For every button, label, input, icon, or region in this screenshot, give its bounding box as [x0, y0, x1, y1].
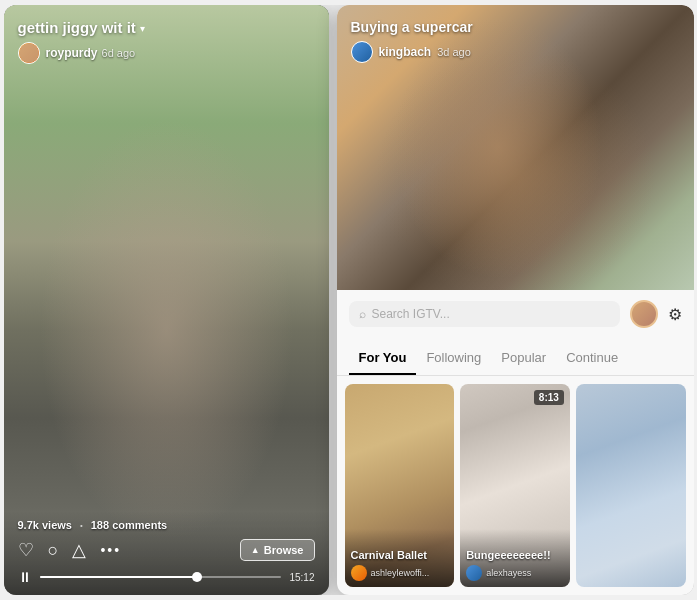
- right-video-area: Buying a supercar kingbach 3d ago: [337, 5, 694, 290]
- username-label[interactable]: roypurdy: [46, 46, 98, 60]
- search-bar[interactable]: ⌕ Search IGTV...: [349, 301, 620, 327]
- video-title-2: Bungeeeeeeee!!: [466, 549, 564, 562]
- right-phone: Buying a supercar kingbach 3d ago ⌕ Sear…: [337, 5, 694, 595]
- right-video-title: Buying a supercar: [351, 19, 680, 35]
- browse-chevron-icon: ▲: [251, 545, 260, 555]
- video-card-1[interactable]: Carnival Ballet ashleylewoffi...: [345, 384, 455, 587]
- avatar: [18, 42, 40, 64]
- tab-following[interactable]: Following: [416, 342, 491, 375]
- card-avatar-1: [351, 565, 367, 581]
- video-grid: Carnival Ballet ashleylewoffi... 8:13 Bu…: [337, 376, 694, 595]
- duration-label: 15:12: [289, 572, 314, 583]
- card-avatar-2: [466, 565, 482, 581]
- igtv-search-area: ⌕ Search IGTV... ⚙: [337, 290, 694, 342]
- right-header: Buying a supercar kingbach 3d ago: [351, 19, 680, 63]
- stats-row: 9.7k views • 188 comments: [18, 519, 315, 531]
- video-card-3[interactable]: [576, 384, 686, 587]
- right-time-ago: 3d ago: [437, 46, 471, 58]
- share-icon[interactable]: △: [72, 539, 86, 561]
- title-row: gettin jiggy wit it ▾: [18, 19, 315, 36]
- left-header: gettin jiggy wit it ▾ roypurdy 6d ago: [4, 19, 329, 64]
- avatar-image: [19, 43, 39, 63]
- video-duration-2: 8:13: [534, 390, 564, 405]
- pause-icon[interactable]: ⏸: [18, 569, 32, 585]
- progress-row: ⏸ 15:12: [18, 569, 315, 585]
- views-stat: 9.7k views: [18, 519, 72, 531]
- card-username-1: ashleylewoffi...: [371, 568, 430, 578]
- progress-thumb: [192, 572, 202, 582]
- video-title-1: Carnival Ballet: [351, 549, 449, 562]
- settings-icon[interactable]: ⚙: [668, 305, 682, 324]
- user-info: roypurdy 6d ago: [46, 46, 136, 60]
- right-avatar: [351, 41, 373, 63]
- search-icon: ⌕: [359, 307, 366, 321]
- chevron-down-icon[interactable]: ▾: [140, 23, 145, 34]
- time-ago-label: 6d ago: [102, 47, 136, 59]
- tab-continue[interactable]: Continue: [556, 342, 628, 375]
- app-container: gettin jiggy wit it ▾ roypurdy 6d ago 9.…: [4, 5, 694, 595]
- video-card-bg-3: [576, 384, 686, 587]
- skater-video-area: [4, 5, 329, 595]
- video-card-bottom-1: Carnival Ballet ashleylewoffi...: [345, 529, 455, 587]
- action-icons-group: ♡ ○ △ •••: [18, 539, 122, 561]
- left-video-background: [4, 5, 329, 595]
- action-row: ♡ ○ △ ••• ▲ Browse: [18, 539, 315, 561]
- tab-for-you[interactable]: For You: [349, 342, 417, 375]
- search-row: ⌕ Search IGTV... ⚙: [349, 300, 682, 328]
- tab-popular[interactable]: Popular: [491, 342, 556, 375]
- video-title: gettin jiggy wit it: [18, 19, 136, 36]
- browse-label: Browse: [264, 544, 304, 556]
- progress-fill: [40, 576, 197, 578]
- browse-button[interactable]: ▲ Browse: [240, 539, 315, 561]
- progress-bar[interactable]: [40, 576, 282, 578]
- video-user-row-1: ashleylewoffi...: [351, 565, 449, 581]
- search-input[interactable]: Search IGTV...: [372, 307, 450, 321]
- comment-icon[interactable]: ○: [48, 540, 59, 561]
- video-card-2[interactable]: 8:13 Bungeeeeeeee!! alexhayess: [460, 384, 570, 587]
- right-username[interactable]: kingbach: [379, 45, 432, 59]
- stat-separator: •: [80, 521, 83, 530]
- card-username-2: alexhayess: [486, 568, 531, 578]
- video-card-bottom-2: Bungeeeeeeee!! alexhayess: [460, 529, 570, 587]
- more-options-icon[interactable]: •••: [100, 542, 121, 558]
- left-phone: gettin jiggy wit it ▾ roypurdy 6d ago 9.…: [4, 5, 329, 595]
- video-user-row-2: alexhayess: [466, 565, 564, 581]
- user-row: roypurdy 6d ago: [18, 42, 315, 64]
- left-bottom-bar: 9.7k views • 188 comments ♡ ○ △ ••• ▲ Br…: [4, 511, 329, 595]
- tabs-row: For You Following Popular Continue: [337, 342, 694, 376]
- right-user-row: kingbach 3d ago: [351, 41, 680, 63]
- comments-stat: 188 comments: [91, 519, 167, 531]
- profile-avatar-icon[interactable]: [630, 300, 658, 328]
- like-icon[interactable]: ♡: [18, 539, 34, 561]
- search-right-icons: ⚙: [630, 300, 682, 328]
